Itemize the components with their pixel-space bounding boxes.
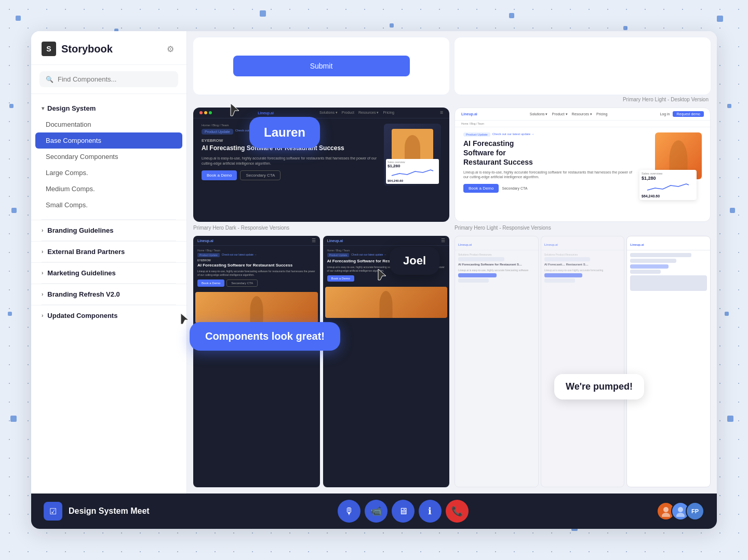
sidebar-item-marketing-guidelines[interactable]: › Marketing Guidelines [31, 262, 186, 283]
submit-panel: Submit [193, 37, 449, 95]
empty-panel-top-right [455, 37, 711, 95]
light-responsive-panel-2: Lineup.ai Solutions Product Resources AI… [541, 236, 625, 487]
sidebar-item-branding-refresh[interactable]: › Branding Refresh V2.0 [31, 284, 186, 304]
meeting-icon: ☑ [44, 502, 62, 521]
participants-avatars: FP [657, 502, 704, 521]
hero-light-desktop-label: Primary Hero Light - Desktop Version [193, 97, 711, 102]
dark-secondary-cta-button[interactable]: Secondary CTA [240, 170, 280, 180]
sidebar-item-base-components[interactable]: Base Components [35, 132, 182, 149]
main-container: S Storybook ⚙ 🔍 ▾ Design System Document… [31, 31, 717, 529]
end-call-button[interactable]: 📞 [446, 500, 469, 523]
mute-button[interactable]: 🎙 [338, 500, 360, 523]
settings-button[interactable]: ⚙ [165, 42, 176, 56]
dark-resp-book-demo-2[interactable]: Book a Demo [327, 275, 354, 282]
sidebar-item-small-comps[interactable]: Small Comps. [31, 197, 186, 213]
info-button[interactable]: ℹ [419, 500, 442, 523]
search-wrapper: 🔍 [39, 71, 178, 87]
dark-hero-logo: Lineup.ai [258, 111, 274, 115]
branding-guidelines-label: Branding Guidelines [47, 226, 113, 234]
hero-light-responsive-label: Primary Hero Light - Responsive Versions [455, 225, 711, 231]
video-button[interactable]: 📹 [365, 500, 388, 523]
dark-product-badge: Product Update [202, 129, 233, 135]
sidebar-item-documentation[interactable]: Documentation [31, 116, 186, 132]
search-bar-container: 🔍 [31, 65, 186, 94]
sidebar-item-large-comps[interactable]: Large Comps. [31, 165, 186, 181]
sidebar-item-updated-components[interactable]: › Updated Components [31, 305, 186, 326]
share-screen-button[interactable]: 🖥 [392, 500, 415, 523]
meeting-bar: ☑ Design System Meet 🎙 📹 🖥 ℹ 📞 [31, 494, 717, 529]
dark-book-demo-button[interactable]: Book a Demo [202, 170, 237, 180]
dark-responsive-panel-2: Lineup.ai ☰ Home / Blog / Team Product U… [323, 236, 450, 487]
meeting-left: ☑ Design System Meet [44, 502, 150, 521]
design-system-label: Design System [47, 104, 96, 112]
app-title: Storybook [61, 43, 113, 55]
arrow-right-icon: › [42, 313, 43, 318]
meeting-title: Design System Meet [69, 506, 150, 516]
storybook-logo-icon: S [42, 42, 56, 56]
light-hero-logo: Lineup.ai [461, 112, 477, 116]
meeting-right: FP [657, 502, 704, 521]
sidebar: S Storybook ⚙ 🔍 ▾ Design System Document… [31, 31, 187, 494]
hero-dark-desktop-panel: Lineup.ai Solutions ▾ Product Resources … [193, 108, 449, 222]
sidebar-header: S Storybook ⚙ [31, 31, 186, 65]
light-responsive-panel-1: Lineup.ai Solutions Product Resources AI… [455, 236, 539, 487]
content-area: Submit Primary Hero Light - Desktop Vers… [187, 31, 717, 494]
hero-dark-responsive-label: Primary Hero Dark - Responsive Versions [193, 225, 449, 231]
sidebar-item-medium-comps[interactable]: Medium Comps. [31, 181, 186, 197]
updated-components-label: Updated Components [47, 312, 117, 319]
meeting-controls: 🎙 📹 🖥 ℹ 📞 [338, 500, 469, 523]
submit-button[interactable]: Submit [233, 56, 410, 76]
light-responsive-panel-3: Lineup.ai [626, 236, 711, 487]
marketing-guidelines-label: Marketing Guidelines [47, 269, 115, 277]
dark-hero-title: EYEBROW AI Forecasting Software for Rest… [202, 138, 378, 153]
dark-resp-book-demo-1[interactable]: Book a Demo [197, 279, 224, 287]
design-system-section: ▾ Design System Documentation Base Compo… [31, 94, 186, 219]
dark-responsive-panel-1: Lineup.ai ☰ Home / Blog / Team Product U… [193, 236, 320, 487]
sidebar-item-external-brand-partners[interactable]: › External Brand Partners [31, 241, 186, 262]
arrow-right-icon: › [42, 270, 43, 276]
svg-point-3 [676, 513, 685, 517]
chevron-down-icon: ▾ [42, 105, 44, 111]
sidebar-item-branding-guidelines[interactable]: › Branding Guidelines [31, 220, 186, 241]
search-icon: 🔍 [46, 76, 54, 83]
request-demo-button[interactable]: Request demo [673, 111, 704, 117]
svg-point-2 [678, 507, 683, 512]
external-brand-partners-label: External Brand Partners [47, 248, 125, 256]
book-demo-button[interactable]: Book a Demo [463, 184, 499, 193]
arrow-right-icon: › [42, 249, 43, 255]
design-system-header[interactable]: ▾ Design System [31, 100, 186, 116]
arrow-right-icon: › [42, 228, 43, 233]
arrow-right-icon: › [42, 291, 43, 297]
svg-point-1 [662, 513, 670, 517]
search-input[interactable] [58, 75, 172, 83]
logo-area: S Storybook [42, 42, 113, 56]
panels-container: S Storybook ⚙ 🔍 ▾ Design System Document… [31, 31, 717, 494]
avatar-badge: FP [686, 502, 704, 521]
hero-light-desktop-panel: Lineup.ai Solutions ▾ Product ▾ Resource… [455, 108, 711, 222]
light-hero-title: AI ForecastingSoftware forRestaurant Suc… [463, 139, 633, 167]
dark-resp-secondary-1[interactable]: Secondary CTA [226, 279, 258, 287]
sidebar-item-secondary-components[interactable]: Secondary Components [31, 149, 186, 165]
svg-point-0 [663, 507, 669, 512]
branding-refresh-label: Branding Refresh V2.0 [47, 290, 119, 298]
